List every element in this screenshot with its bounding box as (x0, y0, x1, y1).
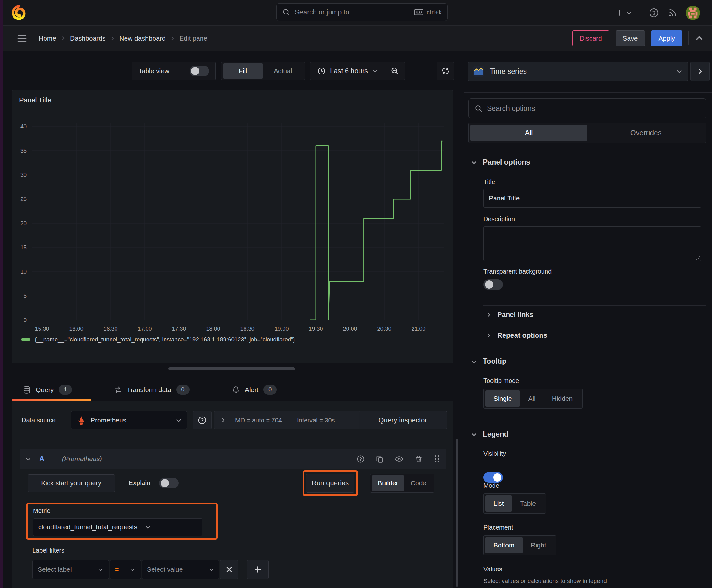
label-filter-key-select[interactable]: Select label (33, 560, 109, 579)
delete-query-icon[interactable] (414, 455, 423, 463)
x-axis-tick: 16:00 (69, 326, 83, 332)
remove-filter-button[interactable] (220, 560, 238, 579)
datasource-help-button[interactable] (193, 411, 212, 429)
tab-transform[interactable]: Transform data 0 (114, 378, 190, 401)
x-axis-tick: 21:00 (411, 326, 425, 332)
y-axis-tick: 35 (20, 148, 27, 154)
viz-suggestions-button[interactable] (690, 62, 710, 81)
table-view-toggle[interactable] (190, 66, 209, 76)
legend-mode-table[interactable]: Table (512, 495, 544, 512)
save-button[interactable]: Save (616, 30, 645, 46)
chevron-right-icon (220, 417, 226, 423)
actual-option[interactable]: Actual (263, 63, 303, 79)
search-placeholder: Search or jump to... (295, 8, 414, 16)
tooltip-mode-single[interactable]: Single (486, 391, 520, 407)
run-queries-button[interactable]: Run queries (306, 474, 354, 492)
x-axis-tick: 19:00 (274, 326, 288, 332)
active-tab-underline (12, 399, 91, 401)
transparent-background-toggle[interactable] (483, 279, 503, 290)
query-ref-id[interactable]: A (39, 455, 45, 463)
label-filter-key-placeholder: Select label (38, 566, 72, 573)
add-filter-button[interactable] (247, 560, 269, 579)
tab-query[interactable]: Query 1 (23, 378, 72, 401)
menu-toggle-button[interactable] (14, 32, 30, 45)
drag-handle-icon[interactable] (434, 455, 440, 463)
legend-mode-list[interactable]: List (486, 495, 512, 512)
title-label: Title (483, 178, 495, 186)
plus-icon (616, 9, 624, 17)
tooltip-section[interactable]: Tooltip (471, 357, 506, 365)
tooltip-mode-all[interactable]: All (520, 391, 543, 407)
zoom-out-button[interactable] (385, 62, 405, 80)
y-axis-tick: 40 (20, 123, 27, 130)
builder-option[interactable]: Builder (372, 475, 404, 491)
textarea-resize-handle[interactable] (696, 256, 700, 260)
explain-toggle[interactable] (159, 478, 179, 488)
options-search[interactable]: Search options (468, 98, 706, 119)
collapse-options-button[interactable] (695, 34, 703, 42)
fill-option[interactable]: Fill (223, 63, 263, 79)
refresh-button[interactable] (437, 62, 454, 80)
panel-description-textarea[interactable] (483, 227, 701, 261)
global-search[interactable]: Search or jump to... ctrl+k (276, 3, 448, 21)
y-axis-tick: 0 (24, 317, 27, 323)
x-axis-tick: 17:30 (172, 326, 186, 332)
plus-icon (254, 565, 262, 573)
avatar-image (686, 6, 700, 20)
panel-links-section[interactable]: Panel links (486, 311, 533, 319)
window-edge-strip (0, 0, 2, 588)
panel-resize-handle[interactable] (168, 367, 295, 370)
fill-actual-segmented: Fill Actual (221, 62, 305, 80)
metric-label: Metric (33, 507, 50, 514)
tooltip-mode-hidden[interactable]: Hidden (544, 391, 581, 407)
breadcrumb-dashboards[interactable]: Dashboards (70, 35, 106, 42)
datasource-picker[interactable]: Prometheus (71, 411, 187, 429)
legend-mode-segmented: List Table (483, 493, 546, 513)
breadcrumb-new-dashboard[interactable]: New dashboard (119, 35, 166, 42)
query-row-header[interactable]: A (Prometheus) (20, 449, 446, 469)
tab-transform-count: 0 (176, 385, 190, 395)
repeat-options-section[interactable]: Repeat options (486, 331, 547, 339)
chart-plot[interactable]: 15:3016:0016:3017:0017:3018:0018:3019:00… (32, 123, 444, 320)
add-new-button[interactable] (616, 9, 632, 17)
legend-placement-bottom[interactable]: Bottom (486, 537, 523, 553)
panel-title-input[interactable] (483, 189, 701, 208)
tab-overrides[interactable]: Overrides (587, 125, 705, 141)
visualization-picker[interactable]: Time series (468, 62, 688, 81)
legend-placement-right[interactable]: Right (523, 537, 555, 553)
legend-section[interactable]: Legend (471, 430, 509, 439)
breadcrumb-home[interactable]: Home (39, 35, 56, 42)
label-filter-operator-select[interactable]: = (110, 560, 141, 579)
query-help-icon[interactable] (356, 455, 365, 463)
hide-query-icon[interactable] (395, 455, 404, 464)
apply-button[interactable]: Apply (651, 30, 682, 46)
kick-start-query-button[interactable]: Kick start your query (28, 474, 115, 492)
top-bar: Search or jump to... ctrl+k (2, 0, 712, 26)
help-button[interactable] (649, 7, 659, 18)
legend-mode-label: Mode (483, 482, 499, 489)
all-overrides-segmented: All Overrides (468, 123, 706, 143)
search-shortcut: ctrl+k (427, 9, 442, 16)
label-filter-value-placeholder: Select value (147, 566, 183, 573)
tab-all[interactable]: All (470, 125, 587, 141)
chevron-down-icon (209, 567, 214, 572)
panel-options-section[interactable]: Panel options (471, 158, 530, 166)
code-option[interactable]: Code (404, 475, 433, 491)
label-filter-value-select[interactable]: Select value (142, 560, 219, 579)
collapse-query-chevron-icon[interactable] (25, 456, 31, 462)
user-avatar[interactable] (686, 6, 700, 20)
tab-alert[interactable]: Alert 0 (232, 378, 277, 401)
legend-visibility-toggle[interactable] (483, 472, 503, 483)
query-inspector-button[interactable]: Query inspector (359, 411, 447, 429)
news-button[interactable] (667, 8, 677, 18)
metric-select[interactable]: cloudflared_tunnel_total_requests (33, 518, 202, 536)
query-datasource-hint: (Prometheus) (62, 455, 102, 463)
main-scrollbar-thumb[interactable] (456, 439, 458, 587)
duplicate-query-icon[interactable] (375, 455, 384, 463)
x-axis-tick: 17:00 (137, 326, 152, 332)
grafana-logo[interactable] (9, 3, 28, 22)
chart-legend[interactable]: {__name__="cloudflared_tunnel_total_requ… (21, 336, 295, 343)
time-range-picker[interactable]: Last 6 hours (310, 67, 385, 75)
rss-icon (667, 8, 677, 18)
discard-button[interactable]: Discard (572, 30, 609, 46)
